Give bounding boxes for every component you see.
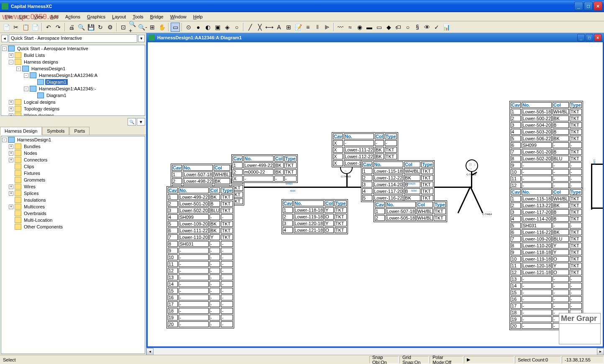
redo-icon[interactable]: ↷ xyxy=(54,23,63,32)
tree-label[interactable]: Harness designs xyxy=(23,59,59,65)
dropdown-arrow[interactable]: ▼ xyxy=(138,35,145,42)
tree-label[interactable]: HarnessDesign1:AA12346:A xyxy=(38,72,99,78)
tree-label[interactable]: Overbraids xyxy=(23,210,48,216)
tree-item[interactable]: +Nodes xyxy=(1,150,145,156)
tree-item[interactable]: +Logical designs xyxy=(1,99,145,105)
tree-label[interactable]: Bundles xyxy=(23,144,42,149)
canvas-close[interactable]: × xyxy=(594,34,601,41)
report-icon[interactable]: 📊 xyxy=(442,23,451,32)
section-icon[interactable]: § xyxy=(413,23,422,32)
distribute-icon[interactable]: ⫸ xyxy=(322,23,332,32)
sleeve-icon[interactable]: ▭ xyxy=(374,23,384,32)
component-icon[interactable]: ▣ xyxy=(213,23,222,32)
tree-label[interactable]: Grommets xyxy=(23,177,46,183)
refresh-icon[interactable]: ↻ xyxy=(96,23,105,32)
options-icon[interactable]: ▼ xyxy=(137,118,145,126)
diagram-canvas[interactable]: C-61274 C-61279 C-61279 C-74461 C-74461 … xyxy=(146,42,604,348)
scroll-right-button[interactable]: ► xyxy=(597,348,604,355)
tree-label[interactable]: Logical designs xyxy=(23,99,57,105)
tree-item[interactable]: Diagram1 xyxy=(1,92,145,99)
label-icon[interactable]: 🏷 xyxy=(394,23,403,32)
tree-toggle[interactable]: + xyxy=(9,205,13,209)
menu-add[interactable]: Add xyxy=(47,13,62,21)
print-icon[interactable]: 🖨 xyxy=(67,23,76,32)
tree-label[interactable]: HarnessDesign1:AA12345:- xyxy=(38,86,97,92)
bundle-branch[interactable] xyxy=(470,186,483,213)
wire-icon[interactable]: 〰 xyxy=(336,23,345,32)
select-icon[interactable]: ▭ xyxy=(171,23,180,32)
view-icon[interactable]: 👁 xyxy=(422,23,432,32)
tree-label[interactable]: HarnessDesign1 xyxy=(30,66,67,72)
tab-harness-design[interactable]: Harness Design xyxy=(0,127,42,135)
tree-item[interactable]: +Connectors xyxy=(1,156,145,163)
balloon-icon[interactable]: ○ xyxy=(403,23,412,32)
tape-icon[interactable]: ▬ xyxy=(365,23,374,32)
menu-edit[interactable]: Edit xyxy=(16,13,31,21)
tree-label[interactable]: Multi-Location xyxy=(23,217,54,223)
preview-icon[interactable]: 🔍 xyxy=(77,23,86,32)
cavity-table[interactable]: CavNo.ColType1Lower-499-22BKTKT2m0000-22… xyxy=(231,154,298,183)
note-icon[interactable]: 📝 xyxy=(294,23,303,32)
project-dropdown[interactable]: Quick Start - Aerospace Interactive xyxy=(9,34,137,43)
tree-item[interactable]: +Wiring designs xyxy=(1,112,145,116)
clip-icon[interactable]: ◈ xyxy=(223,23,232,32)
tree-item[interactable]: Multi-Location xyxy=(1,217,145,223)
nav-back-button[interactable]: ◄ xyxy=(1,35,8,42)
tree-toggle[interactable]: - xyxy=(16,67,21,71)
tree-root[interactable]: Quick Start - Aerospace Interactive xyxy=(16,46,90,51)
grommet-icon[interactable]: ○ xyxy=(232,23,241,32)
tree-label[interactable]: Wiring designs xyxy=(23,113,55,116)
tree-toggle[interactable]: - xyxy=(24,87,28,91)
status-play[interactable]: ▶ xyxy=(464,356,514,364)
tree-toggle[interactable]: + xyxy=(9,158,13,162)
tree-toggle[interactable]: + xyxy=(9,53,13,58)
tree-toggle[interactable]: + xyxy=(9,144,13,149)
menu-actions[interactable]: Actions xyxy=(62,13,84,21)
status-snap-obj[interactable]: Snap Obj:On xyxy=(369,356,399,364)
zoom-in-icon[interactable]: 🔍+ xyxy=(128,23,138,32)
menu-graphics[interactable]: Graphics xyxy=(84,13,109,21)
zoom-fit-icon[interactable]: ⊡ xyxy=(119,23,128,32)
branch-icon[interactable]: ╳ xyxy=(255,23,264,32)
tree-item[interactable]: -HarnessDesign1:AA12346:A xyxy=(1,72,145,79)
copy-icon[interactable]: 📋 xyxy=(21,23,30,32)
tab-parts[interactable]: Parts xyxy=(69,127,90,135)
bundle-branch[interactable] xyxy=(591,208,604,209)
paste-icon[interactable]: 📄 xyxy=(31,23,40,32)
tree-label[interactable]: Diagram1 xyxy=(45,92,68,98)
menu-help[interactable]: Help xyxy=(190,13,206,21)
table-icon[interactable]: ⊞ xyxy=(284,23,293,32)
tree-label[interactable]: Nodes xyxy=(23,150,38,156)
tree-toggle[interactable]: - xyxy=(9,60,13,64)
splice-icon[interactable]: ● xyxy=(194,23,203,32)
tree-item[interactable]: -Harness designs xyxy=(1,59,145,65)
tree-item[interactable]: Overbraids xyxy=(1,210,145,217)
scroll-left-button[interactable]: ◄ xyxy=(146,348,154,355)
connector-icon[interactable]: ⊙ xyxy=(184,23,193,32)
layer-icon[interactable]: ≡ xyxy=(303,23,312,32)
cavity-table[interactable]: CavNo.ColType1Lower-115-18WH/BLTKT2Lower… xyxy=(361,160,435,202)
tree-toggle[interactable]: + xyxy=(9,100,13,105)
tree-toggle[interactable]: + xyxy=(9,191,13,196)
menu-window[interactable]: Window xyxy=(167,13,190,21)
horizontal-scrollbar[interactable]: ◄ ► xyxy=(146,348,604,355)
cavity-table[interactable]: CavNo.ColType1Lower-115-18WH/BLTKT2Lower… xyxy=(509,188,583,330)
tree-label[interactable]: Topology designs xyxy=(23,106,61,112)
zoom-area-icon[interactable]: ⊞ xyxy=(148,23,157,32)
menu-bridge[interactable]: Bridge xyxy=(147,13,167,21)
tree-item[interactable]: Diagram1 xyxy=(1,79,145,85)
maximize-button[interactable]: □ xyxy=(584,2,593,10)
tree-label[interactable]: Splices xyxy=(23,190,40,196)
align-icon[interactable]: ⫴ xyxy=(313,23,322,32)
close-button[interactable]: × xyxy=(594,2,602,10)
cavity-table[interactable]: CavNo.ColType1Lower-499-22BKTKT2Lower-50… xyxy=(166,186,234,328)
tree-toggle[interactable]: + xyxy=(9,151,13,156)
pan-icon[interactable]: ✋ xyxy=(157,23,166,32)
dim-icon[interactable]: ⟷ xyxy=(265,23,274,32)
tree-toggle[interactable]: - xyxy=(24,73,28,78)
tree-root[interactable]: HarnessDesign1 xyxy=(16,137,52,143)
tree-toggle[interactable]: - xyxy=(2,138,7,142)
marker-icon[interactable]: ◆ xyxy=(384,23,393,32)
tree-item[interactable]: Clips xyxy=(1,163,145,170)
tree-label[interactable]: Clips xyxy=(23,164,35,169)
